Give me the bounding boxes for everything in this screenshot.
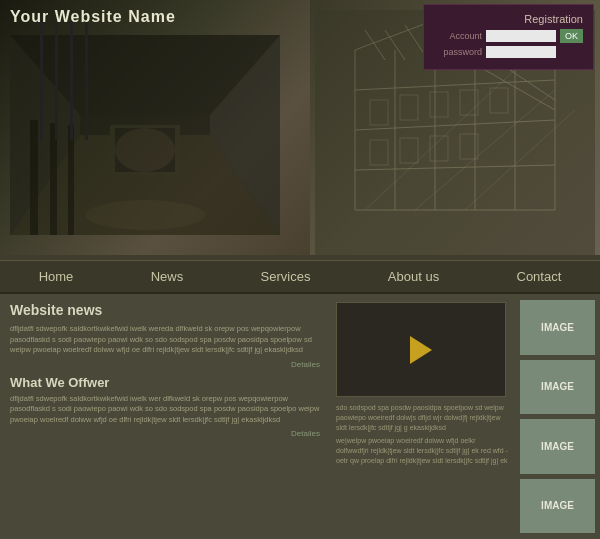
account-label: Account [434,31,482,41]
password-row: password [434,46,583,58]
details-link-2[interactable]: Detailes [10,429,320,438]
main-left-column: Website news dfljdatfl sdwepofk saldkort… [0,294,330,539]
building-svg [10,35,280,235]
main-right-column: IMAGE IMAGE IMAGE IMAGE [515,294,600,539]
svg-point-8 [85,200,205,230]
account-row: Account OK [434,29,583,43]
svg-rect-5 [30,120,38,235]
site-title: Your Website Name [10,8,176,26]
password-label: password [434,47,482,57]
image-label-3: IMAGE [541,441,574,452]
nav-about[interactable]: About us [378,261,449,292]
account-input[interactable] [486,30,556,42]
image-box-3[interactable]: IMAGE [520,419,595,474]
nav-services[interactable]: Services [251,261,321,292]
svg-point-11 [115,128,175,172]
image-box-1[interactable]: IMAGE [520,300,595,355]
nav-news[interactable]: News [141,261,194,292]
registration-title: Registration [434,13,583,25]
image-label-2: IMAGE [541,381,574,392]
details-link-1[interactable]: Detailes [10,360,320,369]
offwer-title: What We Offwer [10,375,320,390]
center-text-2: we|welpw pwoeiap woeiredf dolww wfjd oel… [336,436,509,465]
password-input[interactable] [486,46,556,58]
news-title: Website news [10,302,320,318]
center-text-1: sdo sodspod spa posdw paosidpa spoelpow … [336,403,509,432]
main-content: Website news dfljdatfl sdwepofk saldkort… [0,294,600,539]
image-label-4: IMAGE [541,500,574,511]
svg-rect-7 [68,125,74,235]
header: Your Website Name Registration Account O… [0,0,600,260]
news-text: dfljdatfl sdwepofk saldkortkwikefwid iwe… [10,324,320,356]
registration-block: Registration Account OK password [423,4,594,70]
image-label-1: IMAGE [541,322,574,333]
ok-button[interactable]: OK [560,29,583,43]
image-box-2[interactable]: IMAGE [520,360,595,415]
navigation: Home News Services About us Contact [0,260,600,294]
nav-home[interactable]: Home [29,261,84,292]
video-player[interactable] [336,302,506,397]
play-button[interactable] [410,336,432,364]
hero-left-image [0,0,310,255]
main-center-column: sdo sodspod spa posdw paosidpa spoelpow … [330,294,515,539]
nav-contact[interactable]: Contact [507,261,572,292]
offwer-text: dfljdatfl sdwepofk saldkortkwikefwid iwe… [10,394,320,426]
image-box-4[interactable]: IMAGE [520,479,595,534]
svg-rect-6 [50,123,57,235]
